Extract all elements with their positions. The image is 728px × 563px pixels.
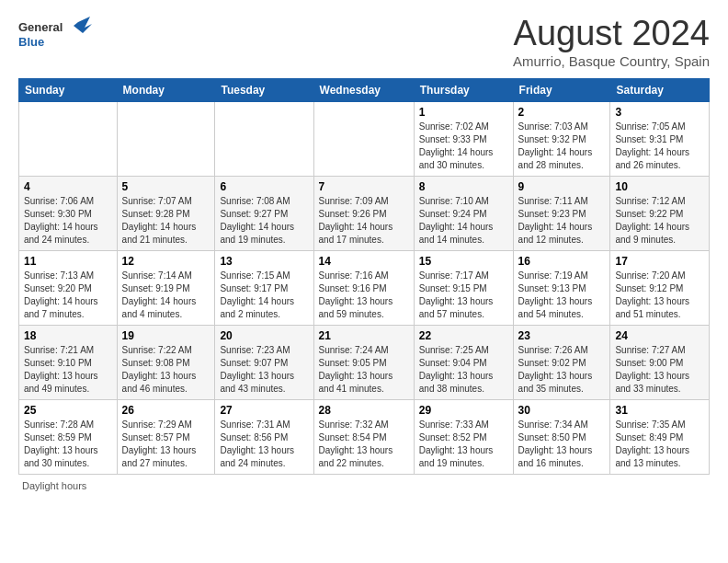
table-row: 10Sunrise: 7:12 AM Sunset: 9:22 PM Dayli… xyxy=(610,176,710,250)
day-number: 20 xyxy=(220,329,308,342)
table-row: 15Sunrise: 7:17 AM Sunset: 9:15 PM Dayli… xyxy=(414,250,513,325)
calendar-week-row: 25Sunrise: 7:28 AM Sunset: 8:59 PM Dayli… xyxy=(19,399,710,474)
day-number: 7 xyxy=(319,180,409,193)
table-row xyxy=(215,101,313,176)
day-info: Sunrise: 7:03 AM Sunset: 9:32 PM Dayligh… xyxy=(518,121,606,172)
table-row: 27Sunrise: 7:31 AM Sunset: 8:56 PM Dayli… xyxy=(215,399,313,474)
weekday-header-row: Sunday Monday Tuesday Wednesday Thursday… xyxy=(19,78,710,101)
table-row: 11Sunrise: 7:13 AM Sunset: 9:20 PM Dayli… xyxy=(19,250,118,325)
day-number: 29 xyxy=(419,404,508,417)
calendar-week-row: 18Sunrise: 7:21 AM Sunset: 9:10 PM Dayli… xyxy=(19,325,710,399)
day-info: Sunrise: 7:08 AM Sunset: 9:27 PM Dayligh… xyxy=(220,195,308,247)
day-info: Sunrise: 7:02 AM Sunset: 9:33 PM Dayligh… xyxy=(419,121,508,172)
table-row: 18Sunrise: 7:21 AM Sunset: 9:10 PM Dayli… xyxy=(19,325,118,399)
table-row xyxy=(117,101,215,176)
header-friday: Friday xyxy=(513,78,610,101)
day-info: Sunrise: 7:09 AM Sunset: 9:26 PM Dayligh… xyxy=(319,195,409,247)
day-number: 4 xyxy=(24,180,112,193)
day-info: Sunrise: 7:28 AM Sunset: 8:59 PM Dayligh… xyxy=(24,419,112,470)
day-number: 26 xyxy=(122,404,210,417)
svg-text:General: General xyxy=(18,20,63,34)
day-number: 17 xyxy=(615,255,704,268)
day-number: 19 xyxy=(122,329,210,342)
day-number: 31 xyxy=(615,404,704,417)
day-number: 8 xyxy=(419,180,508,193)
table-row: 12Sunrise: 7:14 AM Sunset: 9:19 PM Dayli… xyxy=(117,250,215,325)
day-info: Sunrise: 7:17 AM Sunset: 9:15 PM Dayligh… xyxy=(419,270,508,321)
table-row: 22Sunrise: 7:25 AM Sunset: 9:04 PM Dayli… xyxy=(414,325,513,399)
calendar-body: 1Sunrise: 7:02 AM Sunset: 9:33 PM Daylig… xyxy=(19,101,710,474)
day-number: 3 xyxy=(615,106,704,119)
table-row: 30Sunrise: 7:34 AM Sunset: 8:50 PM Dayli… xyxy=(513,399,610,474)
table-row: 1Sunrise: 7:02 AM Sunset: 9:33 PM Daylig… xyxy=(414,101,513,176)
day-info: Sunrise: 7:14 AM Sunset: 9:19 PM Dayligh… xyxy=(122,270,210,321)
table-row: 6Sunrise: 7:08 AM Sunset: 9:27 PM Daylig… xyxy=(215,176,313,250)
calendar-week-row: 4Sunrise: 7:06 AM Sunset: 9:30 PM Daylig… xyxy=(19,176,710,250)
day-info: Sunrise: 7:27 AM Sunset: 9:00 PM Dayligh… xyxy=(615,344,704,396)
table-row: 3Sunrise: 7:05 AM Sunset: 9:31 PM Daylig… xyxy=(610,101,710,176)
day-info: Sunrise: 7:22 AM Sunset: 9:08 PM Dayligh… xyxy=(122,344,210,396)
table-row: 28Sunrise: 7:32 AM Sunset: 8:54 PM Dayli… xyxy=(313,399,414,474)
table-row: 25Sunrise: 7:28 AM Sunset: 8:59 PM Dayli… xyxy=(19,399,118,474)
day-info: Sunrise: 7:24 AM Sunset: 9:05 PM Dayligh… xyxy=(319,344,409,396)
header-monday: Monday xyxy=(117,78,215,101)
day-number: 30 xyxy=(518,404,606,417)
daylight-hours-label: Daylight hours xyxy=(22,480,86,491)
svg-marker-2 xyxy=(74,17,92,33)
day-info: Sunrise: 7:34 AM Sunset: 8:50 PM Dayligh… xyxy=(518,419,606,470)
day-number: 14 xyxy=(319,255,409,268)
day-number: 6 xyxy=(220,180,308,193)
location-subtitle: Amurrio, Basque Country, Spain xyxy=(513,53,710,69)
calendar-week-row: 1Sunrise: 7:02 AM Sunset: 9:33 PM Daylig… xyxy=(19,101,710,176)
day-info: Sunrise: 7:16 AM Sunset: 9:16 PM Dayligh… xyxy=(319,270,409,321)
table-row: 5Sunrise: 7:07 AM Sunset: 9:28 PM Daylig… xyxy=(117,176,215,250)
table-row xyxy=(19,101,118,176)
table-row: 20Sunrise: 7:23 AM Sunset: 9:07 PM Dayli… xyxy=(215,325,313,399)
day-number: 15 xyxy=(419,255,508,268)
day-info: Sunrise: 7:12 AM Sunset: 9:22 PM Dayligh… xyxy=(615,195,704,247)
day-number: 1 xyxy=(419,106,508,119)
day-info: Sunrise: 7:10 AM Sunset: 9:24 PM Dayligh… xyxy=(419,195,508,247)
footer: Daylight hours xyxy=(18,480,710,491)
day-number: 18 xyxy=(24,329,112,342)
day-info: Sunrise: 7:25 AM Sunset: 9:04 PM Dayligh… xyxy=(419,344,508,396)
logo: General Blue xyxy=(18,15,92,55)
day-number: 9 xyxy=(518,180,606,193)
table-row xyxy=(313,101,414,176)
logo-area: General Blue xyxy=(18,15,92,55)
header-saturday: Saturday xyxy=(610,78,710,101)
day-info: Sunrise: 7:31 AM Sunset: 8:56 PM Dayligh… xyxy=(220,419,308,470)
day-info: Sunrise: 7:15 AM Sunset: 9:17 PM Dayligh… xyxy=(220,270,308,321)
header-tuesday: Tuesday xyxy=(215,78,313,101)
calendar-table: Sunday Monday Tuesday Wednesday Thursday… xyxy=(18,78,710,475)
table-row: 2Sunrise: 7:03 AM Sunset: 9:32 PM Daylig… xyxy=(513,101,610,176)
header: General Blue August 2024 Amurrio, Basque… xyxy=(18,15,710,69)
day-number: 10 xyxy=(615,180,704,193)
day-number: 11 xyxy=(24,255,112,268)
day-number: 27 xyxy=(220,404,308,417)
table-row: 29Sunrise: 7:33 AM Sunset: 8:52 PM Dayli… xyxy=(414,399,513,474)
day-info: Sunrise: 7:35 AM Sunset: 8:49 PM Dayligh… xyxy=(615,419,704,470)
svg-text:Blue: Blue xyxy=(18,35,44,49)
day-info: Sunrise: 7:21 AM Sunset: 9:10 PM Dayligh… xyxy=(24,344,112,396)
day-number: 25 xyxy=(24,404,112,417)
day-number: 12 xyxy=(122,255,210,268)
table-row: 4Sunrise: 7:06 AM Sunset: 9:30 PM Daylig… xyxy=(19,176,118,250)
day-info: Sunrise: 7:07 AM Sunset: 9:28 PM Dayligh… xyxy=(122,195,210,247)
page: General Blue August 2024 Amurrio, Basque… xyxy=(0,0,728,500)
calendar-header: Sunday Monday Tuesday Wednesday Thursday… xyxy=(19,78,710,101)
table-row: 17Sunrise: 7:20 AM Sunset: 9:12 PM Dayli… xyxy=(610,250,710,325)
month-title: August 2024 xyxy=(513,15,710,53)
table-row: 9Sunrise: 7:11 AM Sunset: 9:23 PM Daylig… xyxy=(513,176,610,250)
table-row: 14Sunrise: 7:16 AM Sunset: 9:16 PM Dayli… xyxy=(313,250,414,325)
table-row: 26Sunrise: 7:29 AM Sunset: 8:57 PM Dayli… xyxy=(117,399,215,474)
table-row: 31Sunrise: 7:35 AM Sunset: 8:49 PM Dayli… xyxy=(610,399,710,474)
day-number: 16 xyxy=(518,255,606,268)
table-row: 8Sunrise: 7:10 AM Sunset: 9:24 PM Daylig… xyxy=(414,176,513,250)
day-info: Sunrise: 7:05 AM Sunset: 9:31 PM Dayligh… xyxy=(615,121,704,172)
day-number: 28 xyxy=(319,404,409,417)
day-number: 5 xyxy=(122,180,210,193)
table-row: 7Sunrise: 7:09 AM Sunset: 9:26 PM Daylig… xyxy=(313,176,414,250)
day-info: Sunrise: 7:33 AM Sunset: 8:52 PM Dayligh… xyxy=(419,419,508,470)
title-area: August 2024 Amurrio, Basque Country, Spa… xyxy=(513,15,710,69)
